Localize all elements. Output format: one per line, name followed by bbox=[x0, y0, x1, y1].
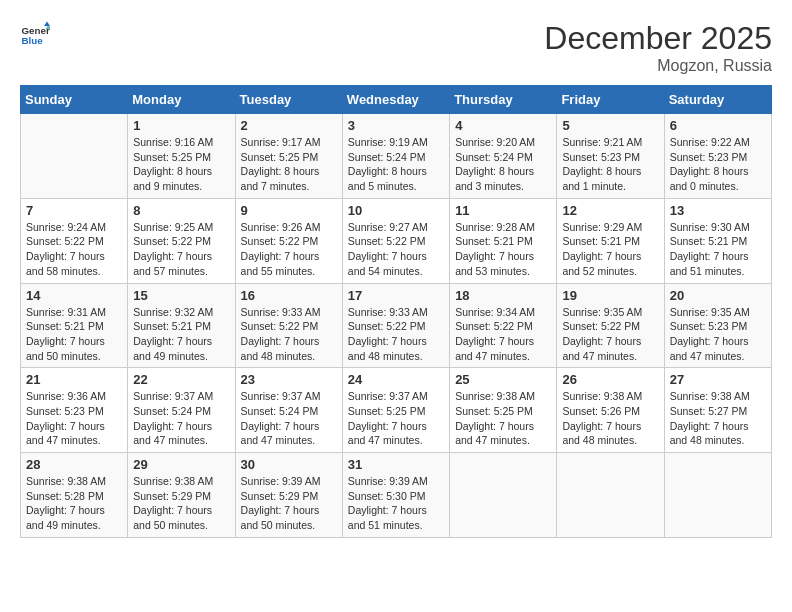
day-number: 29 bbox=[133, 457, 229, 472]
col-friday: Friday bbox=[557, 86, 664, 114]
calendar-cell-w1-d6: 5Sunrise: 9:21 AMSunset: 5:23 PMDaylight… bbox=[557, 114, 664, 199]
col-tuesday: Tuesday bbox=[235, 86, 342, 114]
day-info: Sunrise: 9:38 AMSunset: 5:28 PMDaylight:… bbox=[26, 474, 122, 533]
calendar-cell-w4-d6: 26Sunrise: 9:38 AMSunset: 5:26 PMDayligh… bbox=[557, 368, 664, 453]
calendar-title: December 2025 bbox=[544, 20, 772, 57]
svg-text:General: General bbox=[22, 25, 51, 36]
day-number: 12 bbox=[562, 203, 658, 218]
calendar-cell-w2-d2: 8Sunrise: 9:25 AMSunset: 5:22 PMDaylight… bbox=[128, 198, 235, 283]
day-number: 14 bbox=[26, 288, 122, 303]
col-thursday: Thursday bbox=[450, 86, 557, 114]
day-number: 30 bbox=[241, 457, 337, 472]
calendar-week-1: 1Sunrise: 9:16 AMSunset: 5:25 PMDaylight… bbox=[21, 114, 772, 199]
calendar-cell-w3-d5: 18Sunrise: 9:34 AMSunset: 5:22 PMDayligh… bbox=[450, 283, 557, 368]
calendar-cell-w4-d3: 23Sunrise: 9:37 AMSunset: 5:24 PMDayligh… bbox=[235, 368, 342, 453]
day-info: Sunrise: 9:25 AMSunset: 5:22 PMDaylight:… bbox=[133, 220, 229, 279]
day-info: Sunrise: 9:16 AMSunset: 5:25 PMDaylight:… bbox=[133, 135, 229, 194]
day-info: Sunrise: 9:28 AMSunset: 5:21 PMDaylight:… bbox=[455, 220, 551, 279]
day-number: 26 bbox=[562, 372, 658, 387]
calendar-cell-w1-d1 bbox=[21, 114, 128, 199]
day-info: Sunrise: 9:27 AMSunset: 5:22 PMDaylight:… bbox=[348, 220, 444, 279]
calendar-cell-w4-d4: 24Sunrise: 9:37 AMSunset: 5:25 PMDayligh… bbox=[342, 368, 449, 453]
day-info: Sunrise: 9:19 AMSunset: 5:24 PMDaylight:… bbox=[348, 135, 444, 194]
col-monday: Monday bbox=[128, 86, 235, 114]
day-number: 8 bbox=[133, 203, 229, 218]
calendar-cell-w2-d7: 13Sunrise: 9:30 AMSunset: 5:21 PMDayligh… bbox=[664, 198, 771, 283]
day-info: Sunrise: 9:37 AMSunset: 5:25 PMDaylight:… bbox=[348, 389, 444, 448]
day-info: Sunrise: 9:29 AMSunset: 5:21 PMDaylight:… bbox=[562, 220, 658, 279]
col-sunday: Sunday bbox=[21, 86, 128, 114]
day-info: Sunrise: 9:36 AMSunset: 5:23 PMDaylight:… bbox=[26, 389, 122, 448]
day-info: Sunrise: 9:39 AMSunset: 5:30 PMDaylight:… bbox=[348, 474, 444, 533]
day-info: Sunrise: 9:38 AMSunset: 5:27 PMDaylight:… bbox=[670, 389, 766, 448]
day-number: 27 bbox=[670, 372, 766, 387]
calendar-cell-w5-d1: 28Sunrise: 9:38 AMSunset: 5:28 PMDayligh… bbox=[21, 453, 128, 538]
day-number: 4 bbox=[455, 118, 551, 133]
day-info: Sunrise: 9:38 AMSunset: 5:26 PMDaylight:… bbox=[562, 389, 658, 448]
day-number: 7 bbox=[26, 203, 122, 218]
day-number: 9 bbox=[241, 203, 337, 218]
day-info: Sunrise: 9:17 AMSunset: 5:25 PMDaylight:… bbox=[241, 135, 337, 194]
logo: General Blue bbox=[20, 20, 50, 50]
day-number: 13 bbox=[670, 203, 766, 218]
day-info: Sunrise: 9:35 AMSunset: 5:23 PMDaylight:… bbox=[670, 305, 766, 364]
calendar-cell-w3-d3: 16Sunrise: 9:33 AMSunset: 5:22 PMDayligh… bbox=[235, 283, 342, 368]
day-info: Sunrise: 9:32 AMSunset: 5:21 PMDaylight:… bbox=[133, 305, 229, 364]
day-number: 3 bbox=[348, 118, 444, 133]
day-number: 15 bbox=[133, 288, 229, 303]
calendar-cell-w1-d7: 6Sunrise: 9:22 AMSunset: 5:23 PMDaylight… bbox=[664, 114, 771, 199]
day-info: Sunrise: 9:37 AMSunset: 5:24 PMDaylight:… bbox=[133, 389, 229, 448]
calendar-cell-w2-d5: 11Sunrise: 9:28 AMSunset: 5:21 PMDayligh… bbox=[450, 198, 557, 283]
calendar-week-2: 7Sunrise: 9:24 AMSunset: 5:22 PMDaylight… bbox=[21, 198, 772, 283]
day-number: 24 bbox=[348, 372, 444, 387]
day-info: Sunrise: 9:37 AMSunset: 5:24 PMDaylight:… bbox=[241, 389, 337, 448]
day-number: 18 bbox=[455, 288, 551, 303]
day-info: Sunrise: 9:35 AMSunset: 5:22 PMDaylight:… bbox=[562, 305, 658, 364]
day-info: Sunrise: 9:31 AMSunset: 5:21 PMDaylight:… bbox=[26, 305, 122, 364]
calendar-cell-w4-d7: 27Sunrise: 9:38 AMSunset: 5:27 PMDayligh… bbox=[664, 368, 771, 453]
day-info: Sunrise: 9:33 AMSunset: 5:22 PMDaylight:… bbox=[241, 305, 337, 364]
day-info: Sunrise: 9:38 AMSunset: 5:25 PMDaylight:… bbox=[455, 389, 551, 448]
day-number: 10 bbox=[348, 203, 444, 218]
calendar-cell-w1-d2: 1Sunrise: 9:16 AMSunset: 5:25 PMDaylight… bbox=[128, 114, 235, 199]
day-number: 28 bbox=[26, 457, 122, 472]
calendar-cell-w2-d6: 12Sunrise: 9:29 AMSunset: 5:21 PMDayligh… bbox=[557, 198, 664, 283]
day-number: 25 bbox=[455, 372, 551, 387]
calendar-cell-w4-d1: 21Sunrise: 9:36 AMSunset: 5:23 PMDayligh… bbox=[21, 368, 128, 453]
day-info: Sunrise: 9:30 AMSunset: 5:21 PMDaylight:… bbox=[670, 220, 766, 279]
calendar-cell-w1-d4: 3Sunrise: 9:19 AMSunset: 5:24 PMDaylight… bbox=[342, 114, 449, 199]
calendar-cell-w2-d4: 10Sunrise: 9:27 AMSunset: 5:22 PMDayligh… bbox=[342, 198, 449, 283]
calendar-cell-w1-d3: 2Sunrise: 9:17 AMSunset: 5:25 PMDaylight… bbox=[235, 114, 342, 199]
calendar-cell-w5-d2: 29Sunrise: 9:38 AMSunset: 5:29 PMDayligh… bbox=[128, 453, 235, 538]
calendar-week-3: 14Sunrise: 9:31 AMSunset: 5:21 PMDayligh… bbox=[21, 283, 772, 368]
calendar-cell-w5-d6 bbox=[557, 453, 664, 538]
day-info: Sunrise: 9:24 AMSunset: 5:22 PMDaylight:… bbox=[26, 220, 122, 279]
day-info: Sunrise: 9:39 AMSunset: 5:29 PMDaylight:… bbox=[241, 474, 337, 533]
logo-icon: General Blue bbox=[20, 20, 50, 50]
calendar-cell-w3-d4: 17Sunrise: 9:33 AMSunset: 5:22 PMDayligh… bbox=[342, 283, 449, 368]
day-number: 21 bbox=[26, 372, 122, 387]
calendar-header-row: Sunday Monday Tuesday Wednesday Thursday… bbox=[21, 86, 772, 114]
day-info: Sunrise: 9:33 AMSunset: 5:22 PMDaylight:… bbox=[348, 305, 444, 364]
day-info: Sunrise: 9:20 AMSunset: 5:24 PMDaylight:… bbox=[455, 135, 551, 194]
day-number: 31 bbox=[348, 457, 444, 472]
day-number: 17 bbox=[348, 288, 444, 303]
day-number: 19 bbox=[562, 288, 658, 303]
day-info: Sunrise: 9:26 AMSunset: 5:22 PMDaylight:… bbox=[241, 220, 337, 279]
day-number: 11 bbox=[455, 203, 551, 218]
calendar-cell-w3-d7: 20Sunrise: 9:35 AMSunset: 5:23 PMDayligh… bbox=[664, 283, 771, 368]
day-number: 22 bbox=[133, 372, 229, 387]
calendar-subtitle: Mogzon, Russia bbox=[544, 57, 772, 75]
svg-marker-2 bbox=[44, 22, 50, 27]
calendar-cell-w3-d1: 14Sunrise: 9:31 AMSunset: 5:21 PMDayligh… bbox=[21, 283, 128, 368]
calendar-table: Sunday Monday Tuesday Wednesday Thursday… bbox=[20, 85, 772, 538]
svg-text:Blue: Blue bbox=[22, 35, 44, 46]
calendar-cell-w2-d1: 7Sunrise: 9:24 AMSunset: 5:22 PMDaylight… bbox=[21, 198, 128, 283]
title-block: December 2025 Mogzon, Russia bbox=[544, 20, 772, 75]
calendar-cell-w4-d2: 22Sunrise: 9:37 AMSunset: 5:24 PMDayligh… bbox=[128, 368, 235, 453]
calendar-week-4: 21Sunrise: 9:36 AMSunset: 5:23 PMDayligh… bbox=[21, 368, 772, 453]
day-number: 20 bbox=[670, 288, 766, 303]
calendar-cell-w3-d2: 15Sunrise: 9:32 AMSunset: 5:21 PMDayligh… bbox=[128, 283, 235, 368]
calendar-cell-w2-d3: 9Sunrise: 9:26 AMSunset: 5:22 PMDaylight… bbox=[235, 198, 342, 283]
calendar-cell-w3-d6: 19Sunrise: 9:35 AMSunset: 5:22 PMDayligh… bbox=[557, 283, 664, 368]
